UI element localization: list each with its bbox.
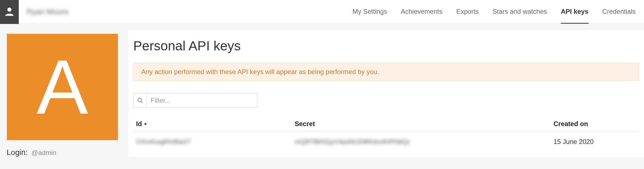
login-label: Login: (7, 148, 28, 157)
cell-created: 15 June 2020 (553, 138, 636, 146)
cell-secret: mQRTBtGQyV4axNUDltRcks4HP0dQz (295, 138, 553, 146)
column-header-created[interactable]: Created on (553, 120, 636, 128)
main-content: Personal API keys Any action performed w… (128, 30, 644, 157)
nav-achievements[interactable]: Achievements (401, 0, 443, 24)
svg-point-1 (138, 98, 141, 102)
page-title: Personal API keys (128, 38, 644, 59)
table-row[interactable]: OXmKwgRmBw27 mQRTBtGQyV4axNUDltRcks4HP0d… (133, 132, 639, 152)
svg-line-2 (141, 101, 142, 103)
sidebar: A Login: @admin (0, 24, 128, 157)
search-icon (134, 93, 147, 108)
filter-row (133, 93, 639, 108)
svg-point-0 (7, 8, 12, 12)
person-icon (4, 6, 14, 18)
user-icon-box (0, 0, 19, 24)
login-handle: @admin (31, 149, 56, 156)
app-header: Ryan Moore My Settings Achievements Expo… (0, 0, 644, 24)
sort-ascending-icon: ▲ (143, 121, 147, 126)
column-header-id-label: Id (136, 120, 142, 128)
filter-input[interactable] (147, 93, 257, 108)
avatar: A (7, 34, 118, 140)
table-header: Id ▲ Secret Created on (133, 116, 639, 132)
cell-id: OXmKwgRmBw27 (136, 138, 295, 146)
settings-nav: My Settings Achievements Exports Stars a… (353, 0, 644, 24)
avatar-letter: A (37, 43, 88, 131)
nav-exports[interactable]: Exports (456, 0, 479, 24)
header-username: Ryan Moore (26, 7, 69, 16)
column-header-secret[interactable]: Secret (295, 120, 553, 128)
column-header-id[interactable]: Id ▲ (136, 120, 295, 128)
nav-api-keys[interactable]: API keys (561, 0, 589, 24)
layout: A Login: @admin Personal API keys Any ac… (0, 24, 644, 157)
nav-credentials[interactable]: Credentials (602, 0, 636, 24)
info-notice: Any action performed with these API keys… (133, 63, 639, 81)
login-row: Login: @admin (7, 148, 122, 157)
nav-my-settings[interactable]: My Settings (353, 0, 387, 24)
filter-box (133, 93, 257, 108)
nav-stars-watches[interactable]: Stars and watches (493, 0, 547, 24)
